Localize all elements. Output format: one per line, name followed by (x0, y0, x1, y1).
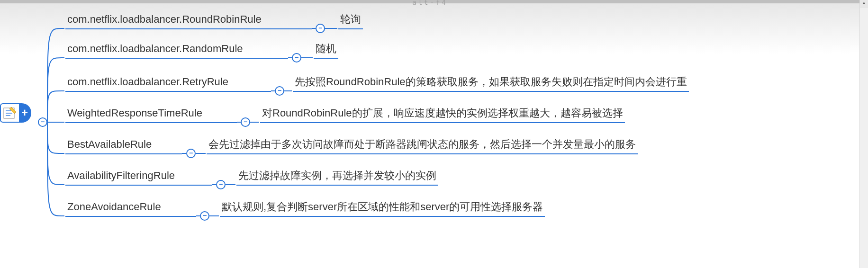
description-node[interactable]: 会先过滤掉由于多次访问故障而处于断路器跳闸状态的服务，然后选择一个并发量最小的服… (207, 138, 638, 154)
connector-lines (0, 0, 860, 268)
description-node[interactable]: 先按照RoundRobinRule的策略获取服务，如果获取服务失败则在指定时间内… (293, 76, 689, 92)
collapse-toggle[interactable] (292, 53, 301, 63)
collapse-toggle[interactable] (316, 24, 325, 33)
rule-node[interactable]: com.netflix.loadbalancer.RoundRobinRule (65, 13, 312, 29)
collapse-toggle[interactable] (186, 149, 196, 158)
vertical-scrollbar[interactable] (859, 0, 868, 268)
collapse-toggle[interactable] (275, 86, 284, 96)
rule-node[interactable]: com.netflix.loadbalancer.RetryRule (65, 76, 271, 92)
mindmap-canvas[interactable]: alt·f4 com.netflix.loadbalancer.RoundRob… (0, 0, 860, 268)
collapse-toggle[interactable] (200, 211, 209, 221)
rule-node[interactable]: AvailabilityFilteringRule (65, 170, 212, 186)
rule-node[interactable]: ZoneAvoidanceRule (65, 201, 196, 217)
rule-node[interactable]: com.netflix.loadbalancer.RandomRule (65, 43, 288, 59)
root-topic-icon[interactable] (0, 103, 20, 123)
rule-node[interactable]: BestAvailableRule (65, 138, 182, 154)
collapse-toggle[interactable] (216, 180, 226, 189)
rule-node[interactable]: WeightedResponseTimeRule (65, 107, 237, 123)
description-node[interactable]: 随机 (314, 43, 338, 59)
window-hint: alt·f4 (412, 0, 448, 6)
description-node[interactable]: 轮询 (338, 13, 363, 29)
description-node[interactable]: 默认规则,复合判断server所在区域的性能和server的可用性选择服务器 (220, 201, 545, 217)
description-node[interactable]: 对RoundRobinRule的扩展，响应速度越快的实例选择权重越大，越容易被选… (260, 107, 625, 123)
description-node[interactable]: 先过滤掉故障实例，再选择并发较小的实例 (236, 170, 438, 186)
root-collapse-toggle[interactable] (38, 117, 47, 127)
collapse-toggle[interactable] (241, 117, 250, 127)
root-add-button[interactable] (20, 103, 31, 123)
